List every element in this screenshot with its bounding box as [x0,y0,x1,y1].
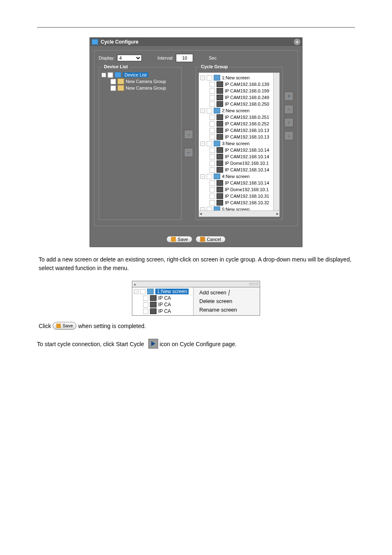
dialog-title: Cycle Configure [101,39,138,45]
camera-icon [217,154,223,160]
tree-item[interactable]: IP CA [134,308,191,314]
camera-icon [217,88,223,94]
checkbox[interactable] [210,148,215,153]
checkbox[interactable] [207,141,212,146]
camera-icon [217,101,223,107]
expander-icon[interactable]: - [201,76,205,80]
display-label: Display: [99,56,115,60]
move-left-button[interactable]: ← [184,148,193,157]
checkbox[interactable] [210,95,215,100]
checkbox[interactable] [207,75,212,81]
add-screen-button[interactable]: + [284,92,293,101]
tree-screen-node[interactable]: -1:New screen [201,74,278,81]
tree-root-label: Device List [123,72,148,77]
horizontal-scrollbar[interactable]: ◄► [199,210,279,217]
context-menu-item-rename[interactable]: Rename screen [194,305,260,314]
checkbox[interactable] [210,194,215,199]
device-list-tree[interactable]: - Device List New Camera Group [101,72,179,91]
expander-icon[interactable]: - [101,73,106,77]
tree-camera-node[interactable]: IP CAM192.168.10.13 [201,134,278,140]
checkbox[interactable] [210,134,215,140]
checkbox[interactable] [210,167,215,173]
remove-screen-button[interactable]: − [284,105,293,114]
camera-label: IP CAM192.168.10.14 [225,154,269,159]
tree-camera-node[interactable]: IP CAM192.168.0.199 [201,88,278,94]
context-menu-item-delete[interactable]: Delete screen [194,297,260,305]
tree-camera-node[interactable]: IP CAM192.168.10.14 [201,166,278,173]
display-select[interactable]: 4 [117,55,142,61]
tree-camera-node[interactable]: IP Dome192.168.10.1 [201,186,278,193]
context-menu-item-add[interactable]: Add screen [194,288,260,297]
interval-input[interactable] [176,54,193,62]
interval-unit: Sec [209,56,217,60]
move-up-button[interactable]: ↑ [284,118,293,127]
checkbox[interactable] [210,121,215,127]
tree-item[interactable]: IP CA [134,301,191,308]
app-icon [92,39,98,45]
cancel-button[interactable]: Cancel [196,236,225,243]
checkbox[interactable] [210,180,215,186]
move-right-button[interactable]: → [184,130,193,139]
tree-camera-node[interactable]: IP CAM192.168.0.250 [201,101,278,107]
tree-screen-node[interactable]: - 1:New screen [134,288,191,295]
tree-item[interactable]: IP CA [134,295,191,301]
tree-screen-node[interactable]: -2:New screen [201,107,278,114]
checkbox[interactable] [111,86,116,91]
checkbox[interactable] [111,79,116,84]
camera-icon [217,147,223,153]
checkbox[interactable] [210,82,215,87]
checkbox[interactable] [210,128,215,133]
checkbox[interactable] [210,161,215,166]
cycle-side-buttons: + − ↑ ↓ [284,92,293,140]
checkbox[interactable] [210,154,215,160]
tree-camera-node[interactable]: IP CAM192.168.0.249 [201,94,278,101]
close-button[interactable]: × [294,39,300,45]
checkbox[interactable] [143,309,148,314]
checkbox[interactable] [210,200,215,206]
tree-camera-node[interactable]: IP CAM192.168.10.14 [201,147,278,153]
checkbox[interactable] [108,72,113,78]
cycle-group-panel: Cycle Group -1:New screenIP CAM192.168.0… [196,67,283,220]
start-cycle-button[interactable] [148,339,158,349]
tree-camera-node[interactable]: IP CAM192.168.10.13 [201,127,278,134]
vertical-scrollbar[interactable] [273,73,279,211]
camera-label: IP CAM192.168.0.250 [225,102,269,106]
checkbox[interactable] [210,88,215,94]
tree-camera-node[interactable]: IP CAM192.168.0.139 [201,81,278,88]
checkbox[interactable] [210,187,215,192]
tree-camera-node[interactable]: IP CAM192.168.10.14 [201,153,278,160]
tree-root[interactable]: - Device List [101,72,179,78]
tree-item[interactable]: New Camera Group [101,85,179,91]
expander-icon[interactable]: - [134,289,138,294]
camera-icon [150,302,157,308]
tree-item-label: IP CA [158,308,171,314]
expander-icon[interactable]: - [201,109,205,113]
menu-item-label: Rename screen [199,307,237,313]
camera-icon [217,180,223,186]
move-down-button[interactable]: ↓ [284,131,293,140]
cycle-group-tree[interactable]: -1:New screenIP CAM192.168.0.139IP CAM19… [199,73,279,216]
tree-item[interactable]: New Camera Group [101,78,179,85]
tree-camera-node[interactable]: IP CAM192.168.10.14 [201,180,278,186]
checkbox[interactable] [143,302,148,308]
tree-screen-node[interactable]: -3:New screen [201,140,278,147]
tree-camera-node[interactable]: IP Dome192.168.10.1 [201,160,278,166]
checkbox[interactable] [140,289,145,294]
tree-camera-node[interactable]: IP CAM192.168.10.32 [201,199,278,206]
tree-screen-node[interactable]: -4:New screen [201,173,278,180]
inline-save-button[interactable]: Save [53,322,76,330]
checkbox[interactable] [207,108,212,113]
expander-icon[interactable]: - [201,141,205,146]
camera-icon [217,134,223,140]
save-icon [171,237,176,242]
checkbox[interactable] [207,174,212,179]
tree-camera-node[interactable]: IP CAM192.168.0.251 [201,114,278,120]
save-button[interactable]: Save [166,236,192,243]
tree-camera-node[interactable]: IP CAM192.168.10.31 [201,193,278,199]
checkbox[interactable] [143,296,148,301]
screen-icon [214,173,220,179]
tree-camera-node[interactable]: IP CAM192.168.0.252 [201,120,278,127]
checkbox[interactable] [210,115,215,120]
expander-icon[interactable]: - [201,174,205,179]
checkbox[interactable] [210,102,215,107]
